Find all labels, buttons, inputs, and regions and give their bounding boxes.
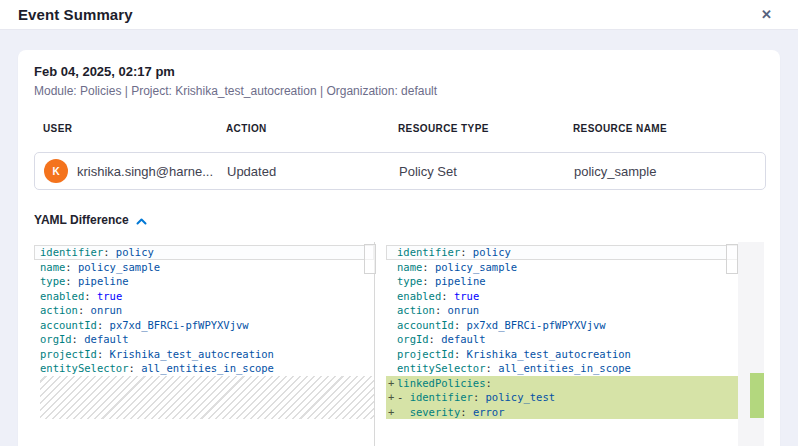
resource-type-cell: Policy Set [399, 164, 574, 179]
code-line-added: +- identifier: policy_test [386, 390, 738, 405]
left-editor-scrollbar[interactable] [364, 244, 376, 274]
user-cell: K krishika.singh@harne... [44, 159, 227, 183]
added-line-plus-marker: + [388, 390, 397, 405]
code-line-added: + severity: error [386, 405, 738, 420]
code-line: entitySelector: all_entities_in_scope [34, 361, 374, 376]
gutter-space [388, 274, 397, 289]
code-line: enabled: true [34, 289, 374, 304]
column-header-resource-type: RESOURCE TYPE [398, 121, 573, 136]
chevron-up-icon[interactable] [136, 211, 147, 229]
added-line-plus-marker: + [388, 405, 397, 420]
page-title: Event Summary [18, 6, 133, 23]
action-cell: Updated [227, 164, 399, 179]
gutter-space [388, 245, 397, 260]
code-line: name: policy_sample [34, 260, 374, 275]
code-line: projectId: Krishika_test_autocreation [34, 347, 374, 362]
code-line: action: onrun [34, 303, 374, 318]
gutter-space [388, 289, 397, 304]
resource-name-cell: policy_sample [574, 164, 765, 179]
table-header: USER ACTION RESOURCE TYPE RESOURCE NAME [34, 121, 766, 136]
diff-editor-modified[interactable]: identifier: policy name: policy_sample t… [386, 242, 738, 446]
column-header-resource-name: RESOURCE NAME [573, 121, 766, 136]
right-editor-scrollbar[interactable] [726, 244, 738, 274]
removed-lines-placeholder [40, 376, 374, 420]
gutter-space [388, 260, 397, 275]
code-line: entitySelector: all_entities_in_scope [386, 361, 738, 376]
code-line: projectId: Krishika_test_autocreation [386, 347, 738, 362]
event-timestamp: Feb 04, 2025, 02:17 pm [34, 64, 766, 80]
overview-ruler[interactable] [738, 242, 764, 446]
yaml-difference-toggle[interactable]: YAML Difference [34, 211, 766, 229]
gutter-space [388, 347, 397, 362]
code-line: action: onrun [386, 303, 738, 318]
code-line-added: +linkedPolicies: [386, 376, 738, 391]
gutter-space [388, 318, 397, 333]
column-header-action: ACTION [226, 121, 398, 136]
code-line: identifier: policy [34, 245, 374, 260]
table-row[interactable]: K krishika.singh@harne... Updated Policy… [34, 152, 766, 190]
added-line-plus-marker: + [388, 376, 397, 391]
modal-header: Event Summary ✕ [0, 0, 798, 30]
gutter-space [388, 332, 397, 347]
code-line: orgId: default [34, 332, 374, 347]
close-icon[interactable]: ✕ [761, 8, 772, 21]
code-line: orgId: default [386, 332, 738, 347]
user-email: krishika.singh@harne... [77, 164, 213, 179]
yaml-diff-viewer: identifier: policyname: policy_sampletyp… [34, 242, 766, 446]
yaml-difference-label: YAML Difference [34, 213, 129, 227]
modal-body: Feb 04, 2025, 02:17 pm Module: Policies … [0, 30, 798, 446]
code-line: accountId: px7xd_BFRCi-pfWPYXVjvw [386, 318, 738, 333]
event-card: Feb 04, 2025, 02:17 pm Module: Policies … [18, 50, 780, 446]
column-header-user: USER [43, 121, 226, 136]
code-line: enabled: true [386, 289, 738, 304]
code-line: identifier: policy [386, 245, 738, 260]
code-line: type: pipeline [34, 274, 374, 289]
event-meta: Module: Policies | Project: Krishika_tes… [34, 84, 766, 99]
added-lines-marker [750, 373, 764, 418]
code-line: name: policy_sample [386, 260, 738, 275]
gutter-space [388, 361, 397, 376]
diff-editor-original[interactable]: identifier: policyname: policy_sampletyp… [34, 242, 375, 446]
gutter-space [388, 303, 397, 318]
avatar: K [44, 159, 68, 183]
code-line: type: pipeline [386, 274, 738, 289]
code-line: accountId: px7xd_BFRCi-pfWPYXVjvw [34, 318, 374, 333]
